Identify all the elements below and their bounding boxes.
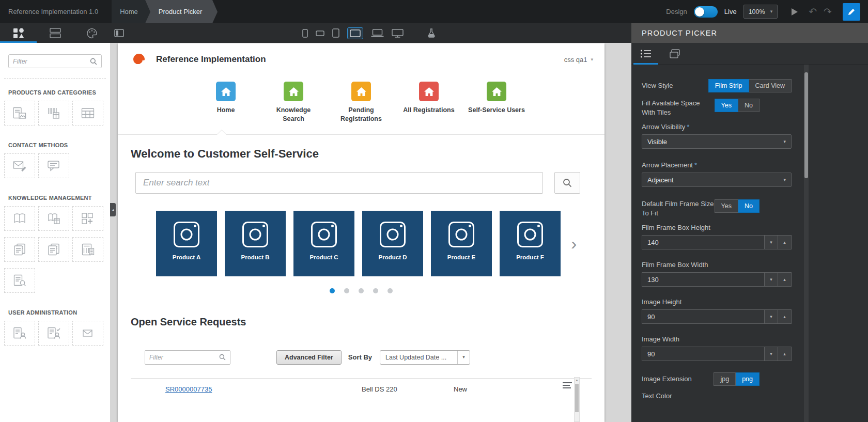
component-filter-input[interactable] <box>13 58 90 65</box>
sr-number-link[interactable]: SR0000007735 <box>165 385 212 393</box>
stepper-decrement-button[interactable]: ▾ <box>765 347 778 361</box>
list-scrollbar[interactable]: ▴ <box>574 377 580 422</box>
sr-row-menu-button[interactable] <box>563 382 572 389</box>
product-tile[interactable]: Product D <box>362 211 423 276</box>
component-tile-user-approval[interactable] <box>38 321 69 346</box>
nav-item-all-registrations[interactable]: All Registrations <box>395 82 463 123</box>
component-tile-knowledge-book[interactable] <box>4 206 35 231</box>
component-tile-product-categories[interactable] <box>38 101 69 126</box>
component-tile-knowledge-categories[interactable] <box>38 206 69 231</box>
component-tile-chat-contact[interactable] <box>38 153 69 178</box>
component-tile-knowledge-add[interactable] <box>72 206 103 231</box>
fill-space-no-button[interactable]: No <box>738 99 760 112</box>
edit-button[interactable] <box>843 3 860 21</box>
nav-item-self-service-users[interactable]: Self-Service Users <box>463 82 531 123</box>
zoom-select[interactable]: 100% ▾ <box>743 5 778 19</box>
stepper-decrement-button[interactable]: ▾ <box>765 235 778 249</box>
sr-filter-input[interactable] <box>149 354 219 361</box>
stepper-increment-button[interactable]: ▴ <box>778 235 792 249</box>
breadcrumb-tab-home[interactable]: Home <box>112 0 145 23</box>
tab-components[interactable] <box>0 23 37 43</box>
advanced-filter-button[interactable]: Advanced Filter <box>276 350 342 365</box>
component-tile-user-registration[interactable] <box>4 321 35 346</box>
design-live-toggle[interactable] <box>694 6 718 18</box>
device-phone-landscape-button[interactable] <box>316 30 324 36</box>
component-tile-article-list[interactable] <box>38 237 69 262</box>
run-app-button[interactable] <box>792 8 798 15</box>
component-tile-product-detail[interactable] <box>4 101 35 126</box>
frame-width-input[interactable] <box>642 272 765 287</box>
tab-theme[interactable] <box>73 23 110 43</box>
fill-space-yes-button[interactable]: Yes <box>715 99 738 112</box>
view-style-film-strip-button[interactable]: Film Strip <box>708 79 749 92</box>
image-extension-jpg-button[interactable]: jpg <box>714 372 736 386</box>
user-menu[interactable]: css qa1 ▾ <box>564 56 593 64</box>
top-bar: Reference Implementation 1.0 Home Produc… <box>0 0 868 23</box>
user-name: css qa1 <box>564 56 587 64</box>
image-height-input[interactable] <box>642 309 765 324</box>
image-width-input[interactable] <box>642 347 765 361</box>
product-tile[interactable]: Product F <box>500 211 561 276</box>
component-tile-user-email[interactable] <box>72 321 103 346</box>
carousel-dot[interactable] <box>388 288 393 293</box>
nav-item-pending-registrations[interactable]: Pending Registrations <box>328 82 395 123</box>
stepper-decrement-button[interactable]: ▾ <box>765 309 778 324</box>
component-tile-email-contact[interactable] <box>4 153 35 178</box>
sort-select[interactable]: Last Updated Date ... ▾ <box>380 350 470 365</box>
product-tile[interactable]: Product E <box>431 211 492 276</box>
tab-structure[interactable] <box>37 23 73 43</box>
component-tile-article-columns[interactable] <box>72 237 103 262</box>
carousel-next-button[interactable]: › <box>571 237 577 251</box>
breadcrumb: Home Product Picker <box>112 0 212 23</box>
carousel-dot[interactable] <box>373 288 378 293</box>
stepper-increment-button[interactable]: ▴ <box>778 347 792 361</box>
stepper-increment-button[interactable]: ▴ <box>778 272 792 287</box>
search-input[interactable] <box>135 172 543 194</box>
scroll-up-icon[interactable]: ▴ <box>575 378 579 383</box>
component-tile-product-table[interactable] <box>72 101 103 126</box>
list-menu-icon <box>563 382 572 389</box>
collapse-sidebar-handle[interactable]: ◂ <box>110 203 116 216</box>
device-laptop-button[interactable] <box>371 29 384 37</box>
view-style-card-view-button[interactable]: Card View <box>749 79 792 92</box>
toggle-knob <box>695 7 704 17</box>
panel-scrollbar[interactable] <box>804 65 809 422</box>
device-phone-portrait-button[interactable] <box>302 29 308 38</box>
default-fit-no-button[interactable]: No <box>738 199 760 213</box>
device-tablet-portrait-button[interactable] <box>332 28 339 38</box>
default-fit-yes-button[interactable]: Yes <box>715 199 738 213</box>
page-designer-panel-button[interactable] <box>114 29 124 37</box>
frame-height-input[interactable] <box>642 235 765 249</box>
product-label: Product E <box>447 254 475 260</box>
field-label: Image Extension <box>642 374 692 384</box>
carousel-dot[interactable] <box>330 288 335 293</box>
device-tablet-landscape-button[interactable] <box>347 27 363 39</box>
breadcrumb-tab-product-picker[interactable]: Product Picker <box>145 0 213 23</box>
device-desktop-button[interactable] <box>392 29 404 38</box>
scrollbar-thumb[interactable] <box>575 384 579 412</box>
carousel-dot[interactable] <box>359 288 364 293</box>
components-sidebar: PRODUCTS AND CATEGORIES CONTACT METHODS … <box>0 43 110 422</box>
arrow-visibility-select[interactable]: Visible ▾ <box>642 134 792 149</box>
image-extension-png-button[interactable]: png <box>736 372 760 386</box>
product-tile[interactable]: Product B <box>225 211 286 276</box>
tab-properties[interactable] <box>631 43 660 64</box>
undo-button[interactable]: ↶ <box>809 7 817 17</box>
nav-item-knowledge-search[interactable]: Knowledge Search <box>260 82 328 123</box>
search-button[interactable] <box>554 172 580 194</box>
scrollbar-thumb[interactable] <box>804 72 808 178</box>
search-icon[interactable] <box>90 58 97 65</box>
stepper-increment-button[interactable]: ▴ <box>778 309 792 324</box>
search-icon[interactable] <box>219 354 226 361</box>
redo-button[interactable]: ↷ <box>824 7 832 17</box>
arrow-placement-select[interactable]: Adjacent ▾ <box>642 173 792 187</box>
tab-data[interactable] <box>660 43 689 64</box>
component-tile-article-stack[interactable] <box>4 237 35 262</box>
product-tile[interactable]: Product C <box>293 211 354 276</box>
component-tile-article-search[interactable] <box>4 268 35 293</box>
sandbox-button[interactable] <box>427 28 436 38</box>
product-tile[interactable]: Product A <box>156 211 217 276</box>
nav-item-home[interactable]: Home <box>192 82 260 123</box>
carousel-dot[interactable] <box>344 288 349 293</box>
stepper-decrement-button[interactable]: ▾ <box>765 272 778 287</box>
